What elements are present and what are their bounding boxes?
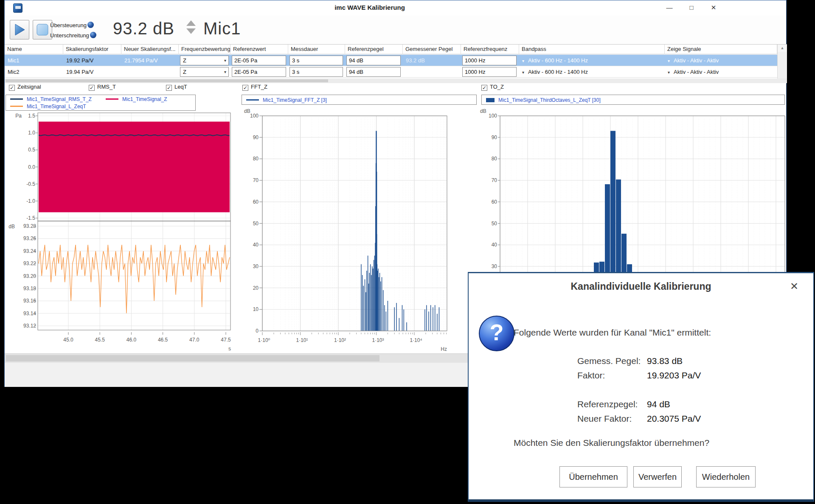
zeige-signale-dropdown[interactable]: ▾Aktiv - Aktiv - Aktiv: [665, 66, 777, 78]
bandpass-value: Aktiv - 600 Hz - 1400 Hz: [528, 57, 588, 64]
wiederholen-button[interactable]: Wiederholen: [696, 466, 756, 487]
bandpass-dropdown[interactable]: ▾Aktiv - 600 Hz - 1400 Hz: [519, 55, 665, 66]
cell-skalierungsfaktor: 19.94 Pa/V: [63, 66, 121, 78]
start-button[interactable]: [10, 20, 29, 39]
col-header-zeige-signale[interactable]: Zeige Signale: [665, 45, 777, 54]
table-horizontal-scrollbar[interactable]: [5, 78, 787, 83]
svg-text:Pa: Pa: [15, 113, 22, 119]
legend-thirdoctave-chart: Mic1_TimeSignal_ThirdOctaves_L_ZeqT [30]: [481, 95, 785, 105]
close-button[interactable]: ✕: [703, 0, 724, 15]
checkbox-label: TO_Z: [490, 84, 504, 90]
col-header-frequenzbewertung[interactable]: Frequenzbewertung: [179, 45, 230, 54]
svg-text:40: 40: [253, 242, 259, 248]
frequenzbewertung-dropdown[interactable]: Z ▾: [180, 67, 229, 77]
titlebar: imc WAVE Kalibrierung — □ ✕: [5, 0, 786, 16]
checked-checkbox-icon[interactable]: ✓: [242, 85, 248, 91]
referenzwert-input[interactable]: 2E-05 Pa: [232, 56, 286, 65]
dropdown-arrow-icon: ▾: [522, 59, 524, 63]
dropdown-arrow-icon: ▾: [668, 70, 670, 75]
cell-neuer-skalierungsfaktor: 21.7954 Pa/V: [121, 55, 179, 66]
dropdown-arrow-icon: ▾: [224, 70, 226, 74]
scrollbar-thumb[interactable]: [6, 355, 379, 361]
checked-checkbox-icon[interactable]: ✓: [166, 85, 172, 91]
svg-text:50: 50: [253, 221, 259, 227]
result-value: 93.83 dB: [647, 356, 683, 366]
verwerfen-button[interactable]: Verwerfen: [633, 466, 682, 487]
svg-text:90: 90: [492, 134, 497, 140]
svg-text:dB: dB: [8, 224, 15, 230]
legend-label: Mic1_TimeSignal_ThirdOctaves_L_ZeqT [30]: [498, 97, 601, 103]
referenzfrequenz-input[interactable]: 1000 Hz: [462, 67, 517, 77]
legend-swatch-rms: [10, 98, 23, 100]
window-title: imc WAVE Kalibrierung: [285, 4, 455, 11]
bandpass-dropdown[interactable]: ▾Aktiv - 600 Hz - 1400 Hz: [519, 66, 665, 78]
frequenzbewertung-dropdown[interactable]: Z ▾: [180, 56, 229, 65]
level-display: 93.2 dB: [113, 19, 174, 38]
svg-text:-1.5: -1.5: [26, 215, 35, 221]
checkbox-rms-t[interactable]: ✓RMS_T: [89, 84, 116, 91]
referenzwert-input[interactable]: 2E-05 Pa: [232, 67, 286, 77]
svg-text:10: 10: [253, 306, 259, 312]
scrollbar-thumb[interactable]: [6, 79, 328, 82]
messdauer-input[interactable]: 3 s: [289, 67, 343, 77]
dialog-title: Kanalindividuelle Kalibrierung: [469, 281, 813, 292]
col-header-skalierungsfaktor[interactable]: Skalierungsfaktor: [63, 45, 121, 54]
dropdown-arrow-icon: ▾: [522, 70, 524, 75]
channel-table: Name Skalierungsfaktor Neuer Skalierungs…: [5, 44, 787, 78]
question-icon: ?: [479, 316, 514, 351]
checkbox-leqt[interactable]: ✓LeqT: [166, 84, 187, 91]
messdauer-input[interactable]: 3 s: [289, 56, 343, 65]
svg-text:1·10⁰: 1·10⁰: [258, 337, 270, 343]
referenzpegel-input[interactable]: 94 dB: [346, 56, 401, 65]
underrun-label: Unterschreitung: [50, 32, 89, 39]
checked-checkbox-icon[interactable]: ✓: [481, 85, 487, 91]
svg-text:dB: dB: [244, 109, 250, 114]
zeige-signale-dropdown[interactable]: ▾Aktiv - Aktiv - Aktiv: [665, 55, 777, 66]
svg-text:1·10³: 1·10³: [372, 337, 384, 343]
minimize-button[interactable]: —: [659, 0, 680, 15]
col-header-messdauer[interactable]: Messdauer: [288, 45, 345, 54]
channel-up-icon[interactable]: [186, 20, 196, 26]
table-vertical-scrollbar[interactable]: ▲: [777, 45, 787, 79]
scroll-up-icon[interactable]: ▲: [778, 45, 787, 52]
checked-checkbox-icon[interactable]: ✓: [9, 85, 15, 91]
table-row-mic1[interactable]: Mic1 19.92 Pa/V 21.7954 Pa/V Z ▾ 2E-05 P…: [5, 55, 777, 66]
zeige-signale-value: Aktiv - Aktiv - Aktiv: [674, 69, 719, 75]
maximize-button[interactable]: □: [681, 0, 702, 15]
legend-label: Mic1_TimeSignal_RMS_T_Z: [27, 96, 101, 102]
checkbox-fft-z[interactable]: ✓FFT_Z: [242, 84, 267, 91]
svg-text:80: 80: [253, 156, 259, 162]
stop-button[interactable]: [33, 20, 52, 39]
col-header-referenzpegel[interactable]: Referenzpegel: [345, 45, 403, 54]
col-header-bandpass[interactable]: Bandpass: [519, 45, 665, 54]
svg-text:dB: dB: [480, 109, 486, 114]
third-octave-chart: dB10090807060504030: [476, 109, 791, 272]
svg-text:40: 40: [492, 242, 497, 248]
result-value: 19.9203 Pa/V: [647, 370, 701, 381]
col-header-neuer-skalierungsfaktor[interactable]: Neuer Skalierungsf...: [121, 45, 179, 54]
uebernehmen-button[interactable]: Übernehmen: [559, 466, 627, 487]
dialog-close-icon[interactable]: ✕: [787, 279, 801, 294]
legend-label: Mic1_TimeSignal_Z: [122, 96, 167, 102]
channel-down-icon[interactable]: [186, 28, 196, 34]
svg-text:Hz: Hz: [441, 346, 447, 352]
referenzpegel-input[interactable]: 94 dB: [346, 67, 401, 77]
legend-swatch-thirdoctaves: [486, 98, 495, 102]
col-header-referenzwert[interactable]: Referenzwert: [230, 45, 288, 54]
result-value: 94 dB: [647, 399, 670, 409]
col-header-name[interactable]: Name: [5, 45, 63, 54]
svg-text:70: 70: [492, 177, 497, 183]
svg-text:45.0: 45.0: [63, 337, 73, 343]
col-header-referenzfrequenz[interactable]: Referenzfrequenz: [461, 45, 519, 54]
checkbox-zeitsignal[interactable]: ✓Zeitsignal: [9, 84, 41, 91]
dropdown-value: Z: [183, 57, 186, 64]
result-label: Gemess. Pegel:: [577, 356, 641, 366]
referenzfrequenz-input[interactable]: 1000 Hz: [462, 56, 517, 65]
checked-checkbox-icon[interactable]: ✓: [89, 85, 95, 91]
cell-name: Mic1: [5, 55, 63, 66]
checkbox-to-z[interactable]: ✓TO_Z: [481, 84, 504, 91]
table-row-mic2[interactable]: Mic2 19.94 Pa/V Z ▾ 2E-05 Pa 3 s 94 dB 1…: [5, 66, 777, 78]
underrun-led-icon: [90, 32, 96, 38]
cell-skalierungsfaktor: 19.92 Pa/V: [63, 55, 121, 66]
col-header-gemessener-pegel[interactable]: Gemessener Pegel: [403, 45, 461, 54]
